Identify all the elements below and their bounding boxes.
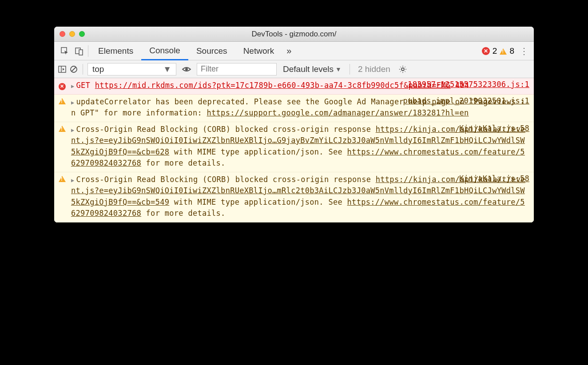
window-title: DevTools - gizmodo.com/: [54, 30, 534, 39]
source-link[interactable]: KinjaKala.js:58: [459, 124, 529, 133]
svg-rect-3: [59, 66, 66, 72]
minimize-window-button[interactable]: [69, 31, 75, 37]
console-row-error[interactable]: ✕ ▶GET https://mid.rkdms.com/ids?ptk=17c…: [54, 78, 534, 95]
tabbar: Elements Console Sources Network » ✕ 2 8…: [54, 42, 534, 60]
expand-caret[interactable]: ▶: [71, 99, 75, 107]
device-toolbar-icon[interactable]: [72, 47, 86, 56]
console-row-warning[interactable]: ▶Cross-Origin Read Blocking (CORB) block…: [54, 122, 534, 172]
status-counters[interactable]: ✕ 2 8: [482, 46, 514, 56]
zoom-window-button[interactable]: [79, 31, 85, 37]
sidebar-toggle-icon[interactable]: [58, 65, 67, 74]
console-row-warning[interactable]: ▶updateCorrelator has been deprecated. P…: [54, 95, 534, 122]
inspect-icon[interactable]: [58, 47, 72, 56]
divider: [83, 64, 83, 75]
warning-icon: [59, 98, 66, 104]
error-icon: ✕: [59, 83, 66, 90]
http-method: GET: [76, 81, 91, 90]
console-toolbar: top ▼ Default levels ▼ 2 hidden: [54, 60, 534, 78]
context-selector[interactable]: top ▼: [87, 63, 176, 75]
svg-point-7: [185, 68, 188, 71]
log-levels-select[interactable]: Default levels ▼: [279, 64, 345, 74]
expand-caret[interactable]: ▶: [71, 176, 75, 184]
chevron-down-icon: ▼: [163, 64, 171, 74]
live-expression-icon[interactable]: [179, 64, 194, 74]
context-value: top: [92, 64, 104, 74]
console-messages: ✕ ▶GET https://mid.rkdms.com/ids?ptk=17c…: [54, 78, 534, 222]
error-icon: ✕: [482, 47, 490, 55]
warning-icon: [59, 126, 66, 132]
close-window-button[interactable]: [60, 31, 65, 37]
source-link[interactable]: 183957-12515575323306.js:1: [408, 80, 529, 89]
svg-rect-2: [79, 50, 83, 55]
warning-count: 8: [509, 46, 514, 56]
expand-caret[interactable]: ▶: [71, 126, 75, 134]
devtools-window: DevTools - gizmodo.com/ Elements Console…: [54, 27, 534, 222]
chevron-down-icon: ▼: [335, 66, 342, 73]
link[interactable]: https://support.google.com/admanager/ans…: [207, 108, 469, 117]
error-count: 2: [493, 46, 497, 56]
tab-network[interactable]: Network: [235, 42, 282, 60]
svg-line-6: [72, 67, 76, 71]
request-url[interactable]: https://mid.rkdms.com/ids?ptk=17c1789b-e…: [95, 81, 451, 90]
titlebar: DevTools - gizmodo.com/: [54, 27, 534, 42]
tab-overflow[interactable]: »: [282, 46, 296, 56]
levels-label: Default levels: [283, 64, 334, 74]
tab-sources[interactable]: Sources: [188, 42, 235, 60]
hidden-count[interactable]: 2 hidden: [354, 64, 394, 74]
tab-console[interactable]: Console: [141, 42, 188, 60]
panel-tabs: Elements Console Sources Network »: [90, 42, 296, 60]
svg-point-8: [401, 68, 404, 71]
tab-elements[interactable]: Elements: [90, 42, 141, 60]
source-link[interactable]: KinjaKala.js:58: [459, 174, 529, 183]
warning-icon: [500, 48, 507, 55]
settings-icon[interactable]: [397, 65, 409, 74]
console-row-warning[interactable]: ▶Cross-Origin Read Blocking (CORB) block…: [54, 172, 534, 222]
traffic-lights: [60, 31, 85, 37]
warning-icon: [59, 176, 66, 182]
divider: [88, 45, 88, 57]
expand-caret[interactable]: ▶: [71, 82, 75, 90]
clear-console-icon[interactable]: [69, 65, 78, 74]
source-link[interactable]: pubads_impl_2019032501.js:1: [403, 96, 529, 105]
divider: [350, 64, 350, 75]
filter-input[interactable]: [197, 63, 277, 75]
more-menu-icon[interactable]: ⋮: [518, 46, 530, 56]
